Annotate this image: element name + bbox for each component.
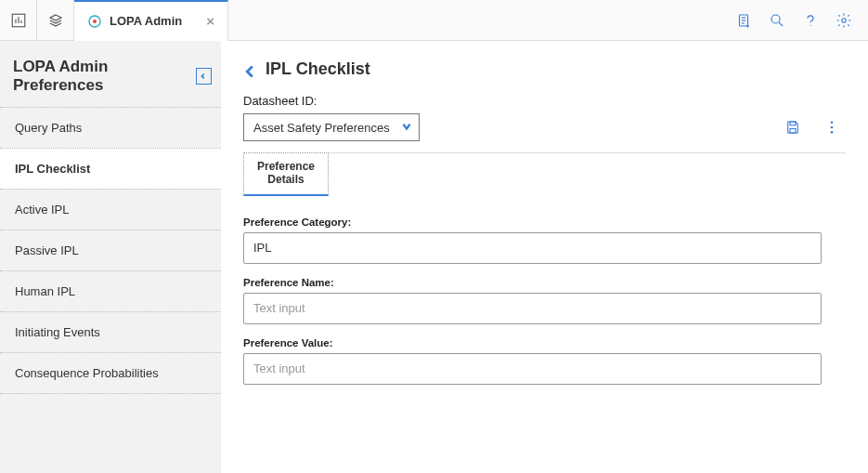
layout: LOPA Admin Preferences Query Paths IPL C… [0,41,868,473]
sidebar-item-label: IPL Checklist [15,162,90,176]
save-button[interactable] [779,113,807,141]
sidebar-item-label: Active IPL [15,203,70,217]
svg-line-14 [779,22,783,26]
collapse-sidebar-button[interactable] [196,68,212,85]
sidebar-item-ipl-checklist[interactable]: IPL Checklist [0,148,221,190]
svg-point-6 [93,20,97,23]
svg-marker-4 [50,15,61,20]
svg-point-21 [831,131,834,134]
topbar: LOPA Admin × [0,0,868,41]
sidebar-item-label: Human IPL [15,284,75,298]
sidebar-item-consequence-probabilities[interactable]: Consequence Probabilities [0,352,221,394]
kebab-icon [823,119,840,136]
datasheet-select[interactable]: Asset Safety Preferences [243,113,420,141]
search-icon [769,12,785,29]
datasheet-label: Datasheet ID: [243,94,420,108]
chevron-left-icon [200,72,207,80]
hierarchy-icon-button[interactable] [37,0,74,41]
preference-name-label: Preference Name: [243,277,822,288]
help-action[interactable] [794,0,827,41]
sidebar-item-label: Initiating Events [15,325,100,339]
sidebar: LOPA Admin Preferences Query Paths IPL C… [0,41,221,473]
svg-point-15 [810,24,810,25]
main: IPL Checklist Datasheet ID: Asset Safety… [221,41,868,473]
tab-label: LOPA Admin [110,14,182,28]
svg-point-19 [831,121,834,124]
preference-value-label: Preference Value: [243,337,822,348]
dashboard-icon-button[interactable] [0,0,37,41]
clipboard-icon [735,12,752,29]
subtabs: Preference Details [221,152,868,196]
svg-rect-17 [790,122,796,125]
sidebar-list: Query Paths IPL Checklist Active IPL Pas… [0,108,221,394]
sidebar-header: LOPA Admin Preferences [0,41,221,108]
tab-lopa-admin[interactable]: LOPA Admin × [74,0,228,41]
chevron-left-icon [243,65,256,78]
subtab-label: Preference Details [257,160,315,186]
datasheet-field-group: Datasheet ID: Asset Safety Preferences [243,94,420,141]
close-icon[interactable]: × [206,13,214,29]
preference-category-field: Preference Category: [243,217,822,264]
datasheet-select-wrap: Asset Safety Preferences [243,113,420,141]
breadcrumb: IPL Checklist [221,41,868,94]
gear-icon [836,12,852,29]
settings-action[interactable] [827,0,861,41]
search-action[interactable] [760,0,794,41]
sidebar-item-label: Passive IPL [15,243,79,257]
subtab-preference-details[interactable]: Preference Details [243,152,329,196]
back-button[interactable] [243,63,256,76]
preference-value-input[interactable] [243,353,822,385]
svg-point-20 [831,126,834,129]
preference-name-input[interactable] [243,293,822,324]
preference-name-field: Preference Name: [243,277,822,324]
more-actions-button[interactable] [818,113,846,141]
bar-chart-icon [10,12,27,29]
svg-point-16 [842,18,847,22]
svg-rect-18 [790,129,796,134]
preference-category-label: Preference Category: [243,217,822,228]
layers-icon [47,12,64,29]
clipboard-action[interactable] [727,0,760,41]
page-title: IPL Checklist [266,59,370,79]
sidebar-item-label: Query Paths [15,121,82,135]
app-logo-icon [87,14,102,29]
preference-category-input[interactable] [243,232,822,264]
sidebar-item-query-paths[interactable]: Query Paths [0,107,221,149]
help-icon [802,12,819,29]
toolbar-row: Datasheet ID: Asset Safety Preferences [221,94,868,141]
sidebar-item-human-ipl[interactable]: Human IPL [0,270,221,312]
sidebar-item-passive-ipl[interactable]: Passive IPL [0,230,221,271]
sidebar-item-label: Consequence Probabilities [15,366,159,380]
sidebar-item-initiating-events[interactable]: Initiating Events [0,311,221,353]
form-area: Preference Category: Preference Name: Pr… [221,196,868,407]
save-icon [784,119,801,136]
svg-point-13 [771,15,780,23]
preference-value-field: Preference Value: [243,337,822,385]
sidebar-title: LOPA Admin Preferences [13,58,196,95]
sidebar-item-active-ipl[interactable]: Active IPL [0,189,221,230]
